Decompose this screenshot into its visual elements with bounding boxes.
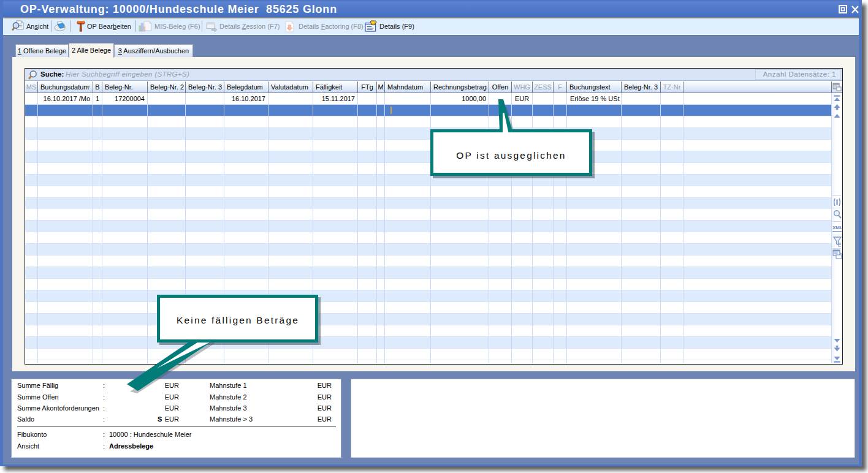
svg-text:Keine fälligen Beträge: Keine fälligen Beträge bbox=[177, 315, 299, 325]
svg-text:OP ist ausgeglichen: OP ist ausgeglichen bbox=[456, 150, 566, 161]
